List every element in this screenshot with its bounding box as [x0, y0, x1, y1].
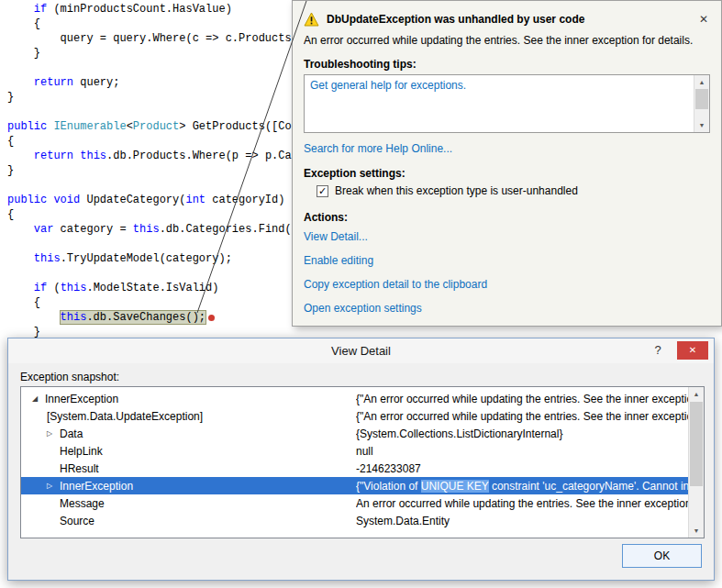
- code-line: if (minProductsCount.HasValue): [0, 2, 305, 17]
- action-link[interactable]: Copy exception detail to the clipboard: [304, 277, 710, 292]
- close-icon: ✕: [689, 345, 696, 355]
- value-text: An error occurred while updating the ent…: [356, 497, 688, 510]
- code-token: > GetProducts([Cont: [179, 120, 305, 133]
- dialog-title: View Detail: [8, 344, 714, 358]
- checkbox-label: Break when this exception type is user-u…: [335, 184, 578, 197]
- action-link[interactable]: Open exception settings: [304, 301, 710, 316]
- code-token: [7, 252, 34, 265]
- property-name-cell: [System.Data.UpdateException]: [21, 410, 356, 423]
- tips-scrollbar[interactable]: ▲ ▼: [694, 75, 709, 132]
- property-value-cell: -2146233087: [356, 462, 688, 475]
- property-name: HResult: [60, 462, 99, 475]
- code-editor[interactable]: if (minProductsCount.HasValue) { query =…: [0, 2, 305, 339]
- code-line: query = query.Where(c => c.Products.: [0, 31, 305, 46]
- grid-row[interactable]: HResult-2146233087: [21, 460, 688, 477]
- property-name-cell: Source: [21, 515, 356, 527]
- property-value-cell: {"Violation of UNIQUE KEY constraint 'uc…: [356, 480, 688, 493]
- view-detail-dialog: View Detail ? ✕ Exception snapshot: ◢Inn…: [7, 338, 715, 581]
- code-line: }: [0, 90, 305, 105]
- code-token: public: [7, 194, 47, 206]
- value-highlight: UNIQUE KEY: [421, 480, 489, 493]
- property-name: Message: [60, 497, 105, 510]
- code-token: {: [7, 296, 40, 309]
- scroll-thumb[interactable]: [695, 89, 708, 109]
- property-name: [System.Data.UpdateException]: [47, 410, 203, 423]
- code-token: [7, 223, 34, 236]
- code-token: }: [7, 164, 14, 177]
- checkbox-checked-icon[interactable]: ✓: [317, 185, 328, 197]
- code-token: this: [80, 150, 106, 162]
- error-icon: [208, 315, 215, 321]
- property-name-cell: ▷InnerException: [21, 480, 356, 493]
- code-line: return this.db.Products.Where(p => p.Cat: [0, 149, 305, 163]
- close-icon[interactable]: ✕: [697, 13, 710, 26]
- search-help-link[interactable]: Search for more Help Online...: [304, 142, 710, 155]
- action-link[interactable]: View Detail...: [304, 229, 710, 244]
- popup-title: DbUpdateException was unhandled by user …: [327, 13, 690, 26]
- troubleshooting-label: Troubleshooting tips:: [304, 58, 710, 71]
- code-token: }: [7, 47, 40, 60]
- property-name-cell: HResult: [21, 462, 356, 475]
- actions-label: Actions:: [304, 211, 710, 224]
- dialog-titlebar[interactable]: View Detail ? ✕: [8, 338, 714, 363]
- code-token: IEnumerable: [53, 120, 126, 133]
- code-line: [0, 237, 305, 251]
- scroll-up-icon[interactable]: ▲: [694, 75, 709, 89]
- grid-row[interactable]: ◢InnerException{"An error occurred while…: [21, 390, 688, 407]
- code-token: .db.Products.Where(p => p.Cat: [106, 150, 298, 162]
- code-token: if: [34, 282, 47, 294]
- code-token: }: [7, 91, 14, 104]
- break-checkbox-row[interactable]: ✓ Break when this exception type is user…: [317, 184, 710, 197]
- ok-button[interactable]: OK: [622, 544, 702, 568]
- code-line: [0, 266, 305, 281]
- grid-row[interactable]: MessageAn error occurred while updating …: [21, 494, 688, 512]
- expander-collapsed-icon[interactable]: ▷: [47, 482, 60, 490]
- code-token: categoryId): [205, 194, 284, 206]
- code-token: query = query.Where(c => c.Products.: [7, 32, 298, 45]
- property-name-cell: Message: [21, 497, 356, 510]
- code-line: [0, 105, 305, 119]
- exception-snapshot-grid: ◢InnerException{"An error occurred while…: [20, 386, 705, 538]
- code-token: (minProductsCount.HasValue): [47, 3, 232, 16]
- code-token: Product: [133, 120, 179, 133]
- code-line: [0, 61, 305, 75]
- grid-row[interactable]: ▷Data{System.Collections.ListDictionaryI…: [21, 425, 688, 442]
- code-token: [7, 311, 61, 324]
- dialog-close-button[interactable]: ✕: [677, 341, 708, 360]
- scroll-down-icon[interactable]: ▼: [694, 118, 709, 132]
- code-line: }: [0, 163, 305, 178]
- property-value-cell: {System.Collections.ListDictionaryIntern…: [356, 427, 688, 440]
- action-link[interactable]: Enable editing: [304, 253, 710, 268]
- code-line: {: [0, 134, 305, 149]
- general-help-link[interactable]: Get general help for exceptions.: [305, 75, 709, 95]
- code-line: public void UpdateCategory(int categoryI…: [0, 193, 305, 207]
- code-line: public IEnumerable<Product> GetProducts(…: [0, 119, 305, 134]
- code-line: if (this.ModelState.IsValid): [0, 281, 305, 295]
- scroll-down-icon[interactable]: ▼: [689, 524, 704, 538]
- scroll-up-icon[interactable]: ▲: [689, 387, 704, 401]
- exception-assistant-popup: DbUpdateException was unhandled by user …: [292, 0, 722, 327]
- value-text: constraint 'uc_categoryName'. Cannot ins: [489, 480, 688, 493]
- code-token: {: [7, 135, 14, 148]
- property-value-cell: {"An error occurred while updating the e…: [356, 393, 688, 405]
- expander-expanded-icon[interactable]: ◢: [32, 394, 45, 403]
- code-line: this.TryUpdateModel(category);: [0, 251, 305, 266]
- grid-row[interactable]: [System.Data.UpdateException]{"An error …: [21, 407, 688, 425]
- code-token: [7, 76, 34, 89]
- grid-row[interactable]: SourceSystem.Data.Entity: [21, 512, 688, 529]
- grid-row[interactable]: HelpLinknull: [21, 442, 688, 460]
- help-button[interactable]: ?: [645, 341, 671, 360]
- grid-row[interactable]: ▷InnerException{"Violation of UNIQUE KEY…: [21, 477, 688, 494]
- expander-collapsed-icon[interactable]: ▷: [47, 429, 60, 438]
- property-value-cell: System.Data.Entity: [356, 515, 688, 527]
- scroll-thumb[interactable]: [690, 402, 703, 486]
- code-line: [0, 178, 305, 193]
- property-name: HelpLink: [60, 445, 103, 458]
- exception-grid-rows: ◢InnerException{"An error occurred while…: [21, 390, 688, 538]
- code-token: var: [34, 223, 54, 236]
- code-token: [7, 150, 34, 162]
- grid-scrollbar[interactable]: ▲ ▼: [688, 387, 704, 538]
- code-token: {: [7, 208, 14, 221]
- code-token: query;: [73, 76, 119, 89]
- property-name: Data: [60, 427, 83, 440]
